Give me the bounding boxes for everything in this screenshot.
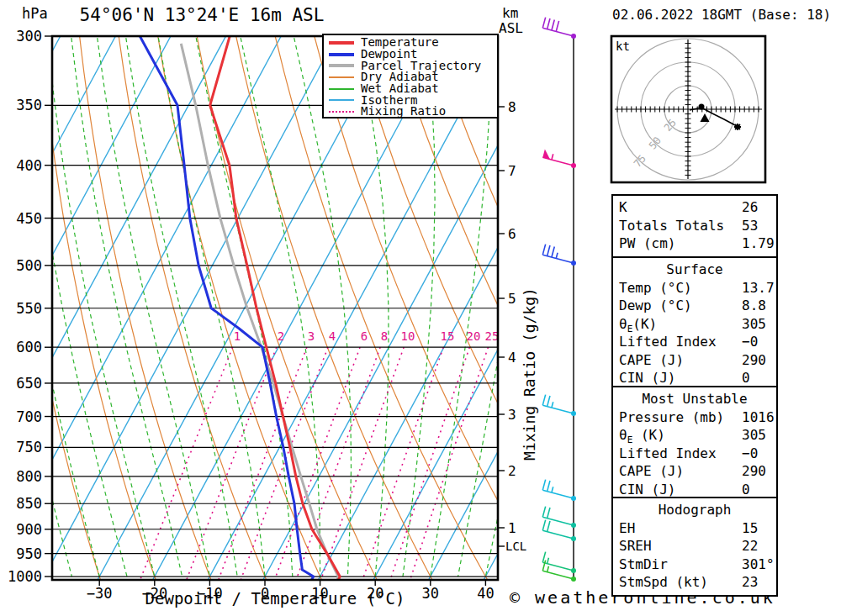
- skewt-sounding-page: { "header": { "pressure_unit": "hPa", "t…: [0, 0, 841, 616]
- wind-barb: [542, 480, 576, 501]
- km-tick-label: 5: [508, 291, 516, 307]
- wet-adiabat-line: [485, 38, 596, 577]
- pressure-tick-label: 500: [16, 257, 42, 274]
- table-row-value: 290: [742, 462, 766, 481]
- table-row-label: Dewp (°C): [619, 297, 692, 313]
- table-row-value: 8.8: [742, 297, 766, 315]
- table-row-value: 15: [742, 519, 758, 538]
- pressure-tick-label: 650: [16, 375, 42, 392]
- wet-adiabat-line: [294, 38, 352, 577]
- hodograph-table: HodographEH15SREH22StmDir301°StmSpd (kt)…: [611, 497, 778, 597]
- wind-barb-full: [542, 18, 545, 29]
- pressure-tick-label: 1000: [8, 568, 42, 585]
- lcl-label: LCL: [505, 540, 526, 553]
- table-row-label: K: [619, 199, 627, 215]
- wind-barb-full: [542, 520, 545, 531]
- pressure-tick-label: 550: [16, 300, 42, 317]
- wind-barb-full: [552, 246, 554, 257]
- km-tick-label: 6: [508, 226, 516, 242]
- indices-table: K26Totals Totals53PW (cm)1.79: [611, 194, 778, 258]
- table-row-value: 301°: [742, 555, 775, 574]
- mixing-ratio-label: 10: [401, 329, 415, 343]
- km-tick-label: 4: [508, 350, 516, 366]
- table-row-label: θE (K): [619, 427, 665, 443]
- wet-adiabat-line: [98, 38, 210, 577]
- table-row-label: Totals Totals: [619, 218, 724, 234]
- table-row-value: 23: [742, 573, 758, 592]
- surface-table: SurfaceTemp (°C)13.7Dewp (°C)8.8θE(K)305…: [611, 256, 778, 392]
- pressure-tick-label: 300: [16, 28, 42, 45]
- table-row-value: 0: [742, 481, 750, 499]
- wind-barb: [542, 395, 576, 416]
- temperature-curve: [210, 36, 341, 584]
- wind-barb-full: [556, 21, 558, 32]
- table-row: EH15: [619, 519, 776, 538]
- table-row: Pressure (mb)1016: [619, 408, 776, 427]
- legend-box: TemperatureDewpointParcel TrajectoryDry …: [322, 34, 499, 118]
- table-row: Lifted Index−0: [619, 445, 776, 463]
- station-title: 54°06'N 13°24'E 16m ASL: [59, 5, 345, 25]
- table-row: CAPE (J)290: [619, 462, 776, 481]
- mixing-ratio-line: [179, 347, 276, 598]
- legend-line-sample: [329, 111, 354, 113]
- table-row: PW (cm)1.79: [619, 234, 776, 253]
- table-row: SREH22: [619, 537, 776, 555]
- mixing-ratio-line: [212, 347, 307, 598]
- table-row-label: CAPE (J): [619, 352, 684, 368]
- table-row-value: −0: [742, 445, 758, 463]
- wind-barb-full: [547, 245, 550, 256]
- pressure-tick-label: 450: [16, 210, 42, 227]
- legend-item: Mixing Ratio: [329, 106, 497, 118]
- table-row: CIN (J)0: [619, 481, 776, 499]
- pressure-tick-label: 600: [16, 339, 42, 355]
- table-row: Dewp (°C)8.8: [619, 297, 776, 315]
- table-row: Lifted Index−0: [619, 333, 776, 351]
- table-row-value: 305: [742, 426, 766, 445]
- table-row-label: CAPE (J): [619, 463, 684, 479]
- mixing-ratio-label: 4: [329, 329, 336, 343]
- legend-line-sample: [329, 76, 354, 78]
- wind-barb-full: [552, 19, 554, 30]
- mixing-ratio-label: 20: [467, 329, 481, 343]
- wind-barb-half: [552, 402, 553, 408]
- legend-line-sample: [329, 53, 354, 56]
- mixing-ratio-axis-title: Mixing Ratio (g/kg): [521, 287, 538, 461]
- wet-adiabat-line: [0, 38, 17, 577]
- table-row-value: 1.79: [742, 234, 775, 253]
- legend-line-sample: [329, 64, 354, 67]
- mixing-ratio-line: [289, 347, 380, 598]
- pressure-tick-label: 400: [16, 157, 42, 174]
- sounding-curves: [140, 36, 340, 584]
- table-row-value: 13.7: [742, 279, 775, 297]
- pressure-tick-label: 800: [16, 468, 42, 485]
- dry-adiabat-line: [40, 36, 162, 598]
- altitude-axis-unit: km: [502, 5, 518, 21]
- table-row-label: Pressure (mb): [619, 409, 724, 425]
- wind-barb-half: [552, 154, 553, 160]
- mixing-ratio-line: [404, 347, 488, 598]
- pressure-tick-label: 900: [16, 521, 42, 538]
- hodograph: 255075: [611, 36, 765, 182]
- mixing-ratio-label: 2: [278, 329, 284, 343]
- wind-barb-half: [547, 558, 549, 564]
- mixing-ratio-label: 1: [234, 329, 241, 343]
- run-date-label: 02.06.2022 18GMT (Base: 18): [612, 7, 831, 23]
- mixing-ratio-label: 15: [441, 329, 455, 343]
- wind-barb-full: [547, 508, 550, 519]
- legend-line-sample: [329, 88, 354, 90]
- table-row-label: Temp (°C): [619, 280, 692, 296]
- wind-barb-half: [552, 487, 553, 492]
- table-row: θE(K)305: [619, 315, 776, 334]
- hodograph-dot-marker: [699, 104, 705, 110]
- table-title: Hodograph: [619, 501, 770, 519]
- table-row-label: θE(K): [619, 316, 657, 332]
- wind-barb-full: [547, 18, 550, 29]
- table-row-label: PW (cm): [619, 235, 675, 251]
- legend-item-label: Mixing Ratio: [361, 106, 446, 117]
- most-unstable-table: Most UnstablePressure (mb)1016θE (K)305L…: [611, 386, 778, 503]
- wind-barb-full: [547, 521, 550, 532]
- wind-barb-full: [542, 480, 545, 491]
- wind-barb-full: [547, 396, 550, 407]
- table-row: θE (K)305: [619, 426, 776, 445]
- pressure-tick-label: 950: [16, 545, 42, 562]
